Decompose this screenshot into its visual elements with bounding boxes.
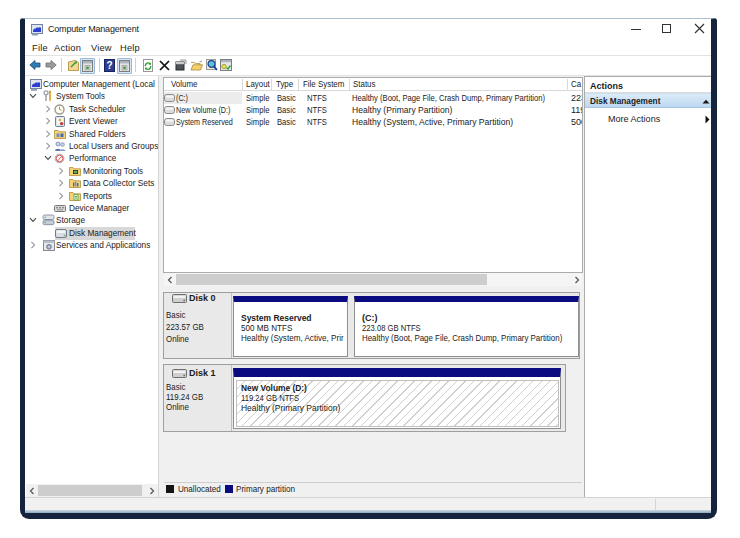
svg-text:?: ?	[106, 60, 112, 71]
